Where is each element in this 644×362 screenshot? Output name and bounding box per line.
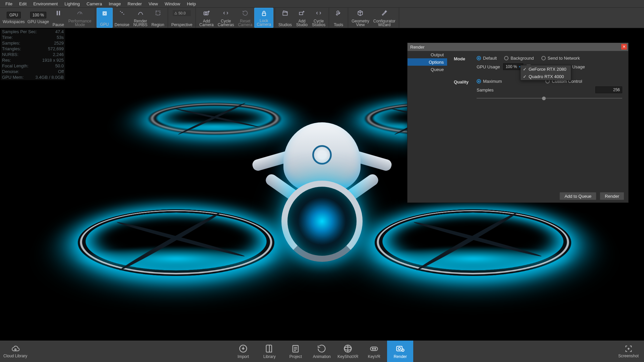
close-icon[interactable]: ✕ (621, 44, 627, 50)
menu-view[interactable]: View (145, 1, 161, 6)
sparkle-icon (118, 9, 126, 17)
samples-slider[interactable] (477, 96, 622, 101)
book-icon (265, 344, 274, 353)
gpu-button[interactable]: GPU (97, 8, 113, 28)
import-button[interactable]: Import (230, 341, 256, 362)
render-button[interactable]: Render (600, 192, 624, 200)
svg-point-5 (121, 12, 122, 13)
mode-network-radio[interactable]: Send to Network (541, 56, 580, 61)
menu-render[interactable]: Render (124, 1, 145, 6)
svg-rect-10 (262, 13, 266, 15)
render-bottom-button[interactable]: Render (387, 341, 413, 362)
import-icon (238, 344, 248, 353)
pause-icon (54, 9, 62, 17)
quality-maximum-radio[interactable]: Maximum (477, 79, 502, 84)
camera-plus-icon (203, 9, 211, 17)
cube-icon (356, 9, 364, 17)
mode-background-radio[interactable]: Background (504, 56, 534, 61)
add-camera-button[interactable]: Add Camera (197, 8, 216, 28)
menu-file[interactable]: File (2, 1, 16, 6)
samples-input[interactable]: 256 (595, 86, 622, 93)
svg-rect-3 (104, 13, 105, 14)
menu-environment[interactable]: Environment (30, 1, 61, 6)
gpu-toggle[interactable]: GPU (7, 12, 21, 18)
ribbon-toolbar: GPU Workspaces 100 % GPU Usage Pause Per… (0, 7, 644, 28)
dialog-title: Render (410, 45, 425, 50)
svg-point-22 (398, 347, 400, 350)
menu-help[interactable]: Help (183, 1, 199, 6)
clipboard-icon (291, 344, 300, 353)
performance-mode-button[interactable]: Performance Mode (66, 8, 94, 28)
pause-button[interactable]: Pause (50, 8, 66, 28)
menu-window[interactable]: Window (161, 1, 183, 6)
denoise-button[interactable]: Denoise (113, 8, 131, 28)
cycle-icon (222, 9, 230, 17)
gpu-option-geforce[interactable]: ✓GeForce RTX 2080 (521, 65, 571, 73)
samples-label: Samples (477, 87, 494, 93)
lock-camera-button[interactable]: Lock Camera (254, 8, 273, 28)
configurator-wizard-button[interactable]: Configurator Wizard (371, 8, 397, 28)
globe-icon (343, 344, 353, 353)
svg-rect-18 (371, 347, 378, 351)
keyvr-button[interactable]: KeyVR (361, 341, 387, 362)
svg-point-19 (372, 348, 374, 349)
quality-section-label: Quality (454, 79, 477, 101)
wrench-icon (334, 9, 342, 17)
menu-image[interactable]: Image (105, 1, 124, 6)
gauge-icon (76, 9, 84, 17)
svg-rect-7 (156, 11, 160, 15)
svg-rect-1 (59, 11, 60, 15)
render-dialog: Render ✕ Output Options Queue Mode Defau… (407, 43, 629, 203)
menu-edit[interactable]: Edit (16, 1, 30, 6)
tab-queue[interactable]: Queue (408, 66, 447, 73)
region-button[interactable]: Region (150, 8, 166, 28)
lock-icon (260, 9, 268, 17)
aperture-icon (312, 145, 332, 165)
cycle-cameras-button[interactable]: Cycle Cameras (216, 8, 236, 28)
svg-point-20 (375, 348, 376, 349)
animation-button[interactable]: Animation (309, 341, 335, 362)
chip-icon (101, 9, 109, 17)
library-button[interactable]: Library (256, 341, 282, 362)
dialog-titlebar[interactable]: Render ✕ (408, 43, 628, 51)
tools-button[interactable]: Tools (330, 8, 346, 28)
svg-point-6 (123, 14, 124, 15)
gpu-usage-box[interactable]: 100 % (30, 12, 46, 18)
project-button[interactable]: Project (282, 341, 309, 362)
tab-output[interactable]: Output (408, 51, 447, 58)
keyshotxr-button[interactable]: KeyShotXR (335, 341, 361, 362)
menu-camera[interactable]: Camera (83, 1, 105, 6)
geometry-view-button[interactable]: Geometry View (350, 8, 371, 28)
cycle-studios-button[interactable]: Cycle Studios (310, 8, 327, 28)
svg-rect-0 (57, 11, 58, 15)
svg-point-4 (120, 11, 121, 12)
mode-section-label: Mode (454, 56, 477, 73)
cycle-icon (315, 9, 323, 17)
workspaces-label[interactable]: Workspaces (3, 19, 25, 24)
render-nurbs-button[interactable]: Render NURBS (131, 8, 150, 28)
clapper-plus-icon (298, 9, 306, 17)
menu-lighting[interactable]: Lighting (61, 1, 83, 6)
wizard-icon (380, 9, 388, 17)
tab-options[interactable]: Options (408, 58, 447, 66)
cloud-library-button[interactable]: Cloud Library (3, 345, 27, 358)
reset-camera-button[interactable]: Reset Camera (236, 8, 255, 28)
add-studio-button[interactable]: Add Studio (294, 8, 310, 28)
loop-icon (317, 344, 326, 353)
perspective-icon: 50.0 (178, 9, 186, 17)
add-to-queue-button[interactable]: Add to Queue (559, 192, 596, 200)
gpu-option-quadro[interactable]: ✓Quadro RTX 4000 (521, 73, 571, 80)
studios-button[interactable]: Studios (276, 8, 294, 28)
gpu-usage-label[interactable]: GPU Usage (28, 19, 49, 24)
render-icon (395, 344, 405, 353)
dialog-main: Mode Default Background Send to Network … (447, 51, 628, 190)
svg-rect-2 (103, 12, 106, 15)
vr-icon (369, 344, 379, 353)
perspective-button[interactable]: 50.0 Perspective (169, 8, 195, 28)
mode-default-radio[interactable]: Default (477, 56, 497, 61)
region-icon (154, 9, 162, 17)
clapper-icon (281, 9, 289, 17)
crosshair-icon (624, 345, 634, 353)
screenshot-button[interactable]: Screenshot (618, 345, 639, 358)
svg-point-13 (15, 349, 16, 350)
